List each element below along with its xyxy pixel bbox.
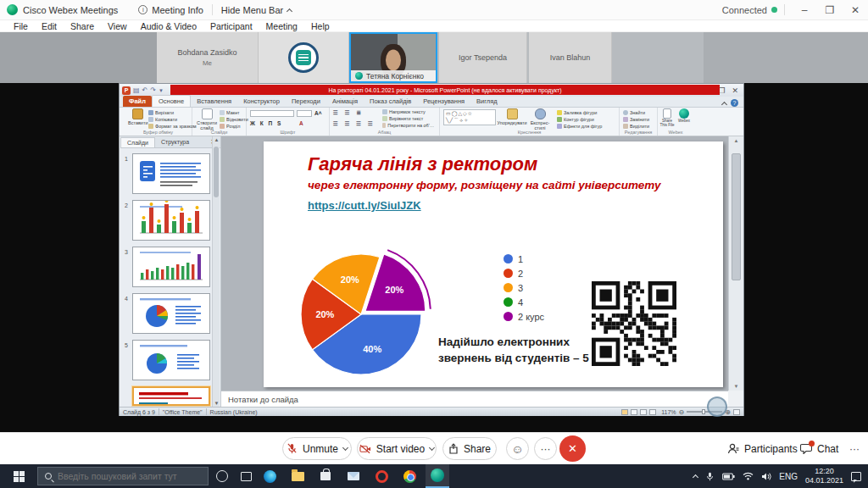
battery-icon[interactable]: [722, 473, 735, 480]
reactions-button[interactable]: ☺: [506, 437, 529, 460]
new-slide-button[interactable]: Створити слайд: [195, 108, 219, 130]
align-buttons[interactable]: ☰ ☰ ☰ ☰: [333, 120, 376, 127]
scroll-thumb[interactable]: [732, 153, 741, 280]
save-icon[interactable]: ▤: [133, 86, 140, 94]
reset-button[interactable]: Відновити: [220, 117, 248, 122]
align-text-button[interactable]: Вирівняти текст: [382, 116, 423, 121]
slide-thumbnail[interactable]: 3: [132, 247, 210, 287]
participant-tile[interactable]: [259, 32, 349, 83]
slide-thumbnail[interactable]: 5: [132, 340, 210, 380]
copy-button[interactable]: Копіювати: [148, 117, 177, 122]
scroll-up-icon[interactable]: ▲: [733, 138, 739, 143]
cut-button[interactable]: Вирізати: [148, 110, 174, 115]
slide-thumbnail-selected[interactable]: 6: [132, 386, 210, 406]
tab-insert[interactable]: Вставлення: [191, 96, 237, 107]
participant-tile[interactable]: Igor Tsependa: [439, 32, 527, 83]
menu-audio-video[interactable]: Audio & Video: [134, 21, 203, 31]
tab-file[interactable]: Файл: [123, 96, 152, 107]
notes-area[interactable]: Нотатки до слайда: [221, 391, 728, 407]
shapes-gallery[interactable]: ▭◯△◇☆╲╱⌒⟡✧: [443, 109, 496, 125]
section-button[interactable]: Розділ: [220, 124, 240, 129]
menu-share[interactable]: Share: [64, 21, 101, 31]
smartart-button[interactable]: Перетворити на об'єкт SmartArt: [382, 123, 437, 128]
panel-scrollbar[interactable]: ▲ ▼: [212, 136, 220, 407]
tray-expand-icon[interactable]: [693, 474, 698, 480]
close-button[interactable]: ✕: [843, 0, 868, 19]
language-indicator[interactable]: ENG: [779, 472, 798, 481]
start-video-button[interactable]: Start video: [357, 437, 437, 460]
taskbar-store[interactable]: [314, 464, 337, 488]
minimize-button[interactable]: –: [792, 0, 817, 19]
replace-button[interactable]: Замінити: [623, 117, 649, 122]
grow-font-button[interactable]: A˄: [314, 110, 322, 116]
arrange-button[interactable]: Упорядкувати: [499, 108, 525, 125]
start-button[interactable]: [0, 464, 37, 488]
quick-styles-button[interactable]: Експрес-стилі: [526, 108, 554, 130]
slideshow-view-button[interactable]: [649, 409, 656, 415]
scroll-down-icon[interactable]: ▼: [214, 401, 220, 406]
share-button[interactable]: Share: [442, 437, 497, 460]
taskbar-opera[interactable]: [370, 464, 393, 488]
participant-tile[interactable]: Ivan Blahun: [529, 32, 612, 83]
taskbar-edge[interactable]: [258, 464, 281, 488]
font-style-buttons[interactable]: Ж К П S: [250, 120, 282, 126]
font-name-select[interactable]: [250, 110, 294, 117]
tab-review[interactable]: Рецензування: [417, 96, 470, 107]
panel-tab-outline[interactable]: Структура: [155, 137, 195, 147]
webex-ribbon-button[interactable]: Webex: [676, 108, 692, 124]
slide-thumbnail[interactable]: 2: [132, 200, 210, 241]
share-this-file-button[interactable]: Share This File: [659, 108, 676, 128]
canvas-scrollbar[interactable]: ▲ ▼: [728, 136, 743, 391]
tab-view[interactable]: Вигляд: [470, 96, 504, 107]
slide-thumbnail[interactable]: 1: [132, 153, 210, 194]
menu-file[interactable]: File: [7, 21, 35, 31]
help-icon[interactable]: ?: [731, 99, 738, 107]
volume-icon[interactable]: [761, 472, 771, 481]
scroll-down-icon[interactable]: ▼: [733, 384, 739, 389]
taskbar-task-view[interactable]: [234, 464, 258, 488]
menu-edit[interactable]: Edit: [35, 21, 64, 31]
wifi-icon[interactable]: [743, 472, 754, 480]
chat-button[interactable]: Chat: [800, 437, 838, 460]
panel-tab-slides[interactable]: Слайди: [120, 137, 155, 147]
sorter-view-button[interactable]: [631, 409, 637, 415]
taskbar-webex-active[interactable]: [426, 464, 449, 488]
taskbar-chrome[interactable]: [398, 464, 421, 488]
list-buttons[interactable]: ☰ ☰ ≣: [333, 109, 364, 116]
clock[interactable]: 12:20 04.01.2021: [805, 467, 843, 486]
participant-tile[interactable]: Bohdana Zasidko Me: [157, 32, 259, 83]
shape-fill-button[interactable]: Заливка фігури: [557, 110, 597, 115]
tab-animations[interactable]: Анімація: [326, 96, 364, 107]
reading-view-button[interactable]: [640, 409, 647, 415]
meeting-info-button[interactable]: i Meeting Info: [130, 0, 212, 19]
unmute-button[interactable]: Unmute: [282, 437, 352, 460]
taskbar-mail[interactable]: [342, 464, 365, 488]
ppt-close-button[interactable]: ✕: [732, 86, 738, 95]
taskbar-cortana[interactable]: [210, 464, 234, 488]
zoom-out-icon[interactable]: ⊖: [679, 408, 685, 416]
hide-menu-bar-button[interactable]: Hide Menu Bar: [213, 0, 300, 19]
menu-participant[interactable]: Participant: [203, 21, 259, 31]
tab-home[interactable]: Основне: [152, 95, 191, 107]
tab-transitions[interactable]: Переходи: [286, 96, 326, 107]
slide-thumbnail[interactable]: 4: [132, 293, 210, 334]
slide[interactable]: Гаряча лінія з ректором через електронну…: [264, 141, 723, 387]
shape-outline-button[interactable]: Контур фігури: [557, 117, 594, 122]
normal-view-button[interactable]: [621, 409, 628, 415]
tab-design[interactable]: Конструктор: [237, 96, 286, 107]
paste-button[interactable]: Вставити: [128, 108, 148, 125]
find-button[interactable]: Знайти: [623, 110, 645, 115]
mic-tray-icon[interactable]: [705, 471, 715, 482]
font-size-select[interactable]: [297, 110, 312, 117]
undo-icon[interactable]: ↶: [142, 86, 148, 94]
more-options-button[interactable]: ···: [534, 437, 557, 460]
minimize-ribbon-icon[interactable]: [721, 101, 727, 107]
leave-meeting-button[interactable]: ✕: [559, 435, 586, 462]
more-panels-button[interactable]: ···: [849, 437, 860, 460]
select-button[interactable]: Виділити: [623, 124, 649, 129]
participant-tile-active-speaker[interactable]: Тетяна Корнієнко: [349, 32, 437, 83]
slide-link[interactable]: https://cutt.ly/SiulJZK: [308, 199, 421, 212]
taskbar-search[interactable]: [37, 467, 209, 485]
maximize-button[interactable]: ❐: [817, 0, 843, 19]
menu-help[interactable]: Help: [304, 21, 337, 31]
